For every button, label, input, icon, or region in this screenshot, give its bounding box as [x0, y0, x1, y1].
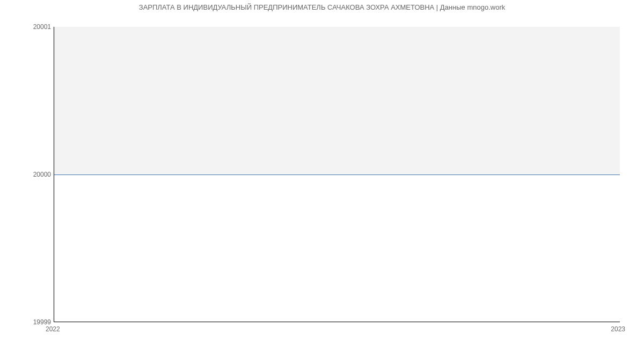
y-tick-top: 20001: [3, 23, 51, 31]
chart-container: ЗАРПЛАТА В ИНДИВИДУАЛЬНЫЙ ПРЕДПРИНИМАТЕЛ…: [0, 0, 644, 349]
y-tick-mid: 20000: [3, 171, 51, 178]
x-tick-right: 2023: [611, 325, 625, 333]
chart-title: ЗАРПЛАТА В ИНДИВИДУАЛЬНЫЙ ПРЕДПРИНИМАТЕЛ…: [0, 3, 644, 11]
axis-x: [54, 322, 620, 322]
axis-y: [54, 27, 54, 322]
y-tick-bottom: 19999: [3, 318, 51, 326]
plot-band-lower: [54, 174, 620, 322]
x-tick-left: 2022: [46, 325, 60, 333]
plot-band-upper: [54, 27, 620, 174]
plot-area: [54, 27, 620, 322]
series-line: [54, 174, 620, 175]
